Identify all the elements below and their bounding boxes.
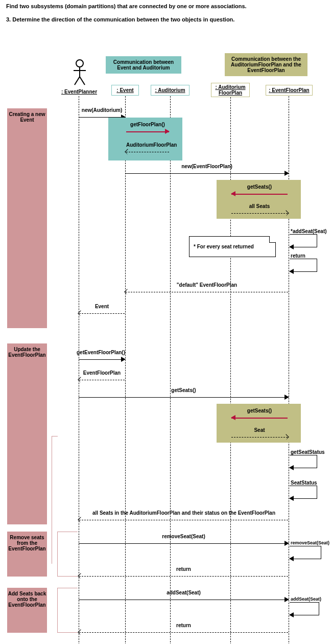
msg-return-add: return bbox=[79, 629, 288, 636]
msg-getefp: getEventFloorPlan() bbox=[79, 356, 125, 363]
comm-teal: Communication between Event and Auditori… bbox=[106, 56, 181, 74]
msg-allseats: all Seats bbox=[231, 210, 288, 217]
comm-olive: Communication between the AuditoriumFloo… bbox=[225, 53, 307, 76]
svg-line-4 bbox=[80, 77, 85, 85]
sequence-diagram: Communication between Event and Auditori… bbox=[0, 38, 332, 644]
actor-icon bbox=[69, 59, 90, 90]
msg-seatstatus: SeatStatus bbox=[290, 486, 317, 499]
msg-addseat-self: addSeat(Seat) bbox=[290, 602, 319, 615]
msg-getseats-2: getSeats() bbox=[79, 394, 289, 401]
lifeline-actor-label: : EventPlanner bbox=[61, 89, 97, 95]
msg-auditoriumfp-return: AuditoriumFloorPlan bbox=[126, 148, 169, 155]
lifeline-auditorium: : Auditorium bbox=[151, 85, 189, 96]
phase-addback: Add Seats back onto the EventFloorPlan bbox=[7, 588, 47, 633]
intro-text: Find two subsystems (domain partitions) … bbox=[0, 0, 332, 33]
msg-return-remove: return bbox=[79, 572, 288, 580]
msg-default-efp: "default" EventFloorPlan bbox=[126, 288, 288, 295]
msg-return-self-1: return bbox=[290, 259, 317, 272]
bracket-remove bbox=[57, 532, 78, 577]
note-everyseat: * For every seat returned bbox=[189, 236, 276, 257]
intro-line2: 3. Determine the direction of the commun… bbox=[6, 16, 326, 22]
lifeline-eventfp: : EventFloorPlan bbox=[266, 85, 313, 96]
lifeline-event: : Event bbox=[111, 85, 139, 96]
msg-efp-return: EventFloorPlan bbox=[79, 376, 125, 383]
phase-update: Update the EventFloorPlan bbox=[7, 343, 47, 524]
msg-event-return: Event bbox=[79, 310, 125, 317]
intro-line1: Find two subsystems (domain partitions) … bbox=[6, 3, 326, 9]
msg-getseats-3: getSeats() bbox=[231, 414, 288, 421]
svg-point-0 bbox=[76, 60, 83, 67]
msg-seat: Seat bbox=[231, 433, 288, 441]
lifeline-auditoriumfp: : Auditorium FloorPlan bbox=[211, 83, 250, 97]
phase-creating: Creating a new Event bbox=[7, 108, 47, 328]
msg-addseat-star: *addSeat(Seat) bbox=[290, 234, 317, 247]
msg-getseatstatus: getSeatStatus bbox=[290, 455, 317, 468]
msg-addseat: addSeat(Seat) bbox=[79, 596, 289, 603]
msg-removeseat-self: removeSeat(Seat) bbox=[290, 546, 321, 559]
msg-new-efp: new(EventFloorPlan) bbox=[125, 170, 289, 177]
msg-getseats-1: getSeats() bbox=[231, 190, 288, 197]
bracket-addback bbox=[57, 588, 78, 633]
lifeline-auditoriumfp-line bbox=[230, 97, 231, 644]
msg-allseats-status: all Seats in the AuditoriumFloorPlan and… bbox=[79, 516, 288, 523]
lifeline-auditorium-line bbox=[170, 96, 171, 644]
phase-remove: Remove seats from the EventFloorPlan bbox=[7, 532, 47, 577]
svg-line-3 bbox=[75, 77, 80, 85]
msg-getfloorplan: getFloorPlan() bbox=[126, 128, 169, 135]
msg-removeseat: removeSeat(Seat) bbox=[79, 540, 289, 547]
lifeline-event-line bbox=[125, 96, 126, 644]
lifeline-eventfp-line bbox=[289, 96, 289, 644]
